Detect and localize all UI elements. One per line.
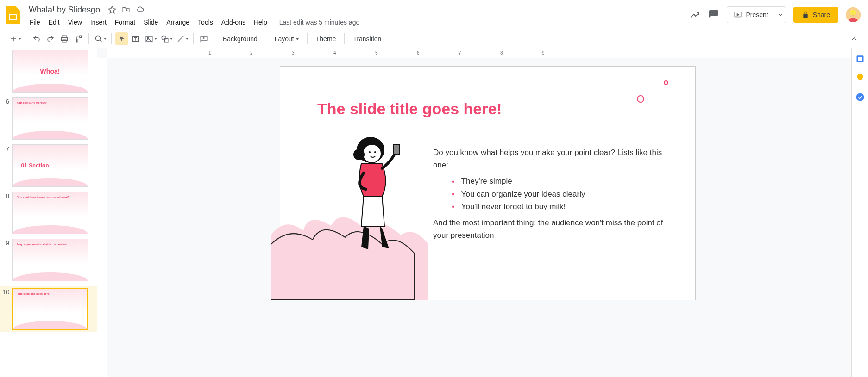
share-label: Share xyxy=(813,11,830,19)
svg-point-17 xyxy=(369,151,371,153)
slide-canvas[interactable]: The slide title goes here! Do you know w… xyxy=(280,67,695,300)
filmstrip[interactable]: Whoa!6Our company Mercury701 Section8You… xyxy=(0,48,97,377)
menu-format[interactable]: Format xyxy=(111,17,139,28)
svg-rect-21 xyxy=(858,57,862,61)
comments-icon[interactable] xyxy=(708,9,719,20)
theme-button[interactable]: Theme xyxy=(311,35,341,43)
slide-number: 7 xyxy=(3,144,12,152)
menu-view[interactable]: View xyxy=(64,17,86,28)
filmstrip-slide[interactable]: 6Our company Mercury xyxy=(0,97,97,140)
cloud-status-icon[interactable] xyxy=(135,5,145,14)
calendar-addon-icon[interactable] xyxy=(855,54,865,63)
menu-tools[interactable]: Tools xyxy=(194,17,217,28)
thumbnail-title: Our company Mercury xyxy=(17,101,47,104)
svg-rect-1 xyxy=(10,15,16,19)
ruler-mark: 8 xyxy=(500,50,503,56)
background-button[interactable]: Background xyxy=(218,35,262,43)
menu-slide[interactable]: Slide xyxy=(140,17,162,28)
slide-thumbnail[interactable]: The slide title goes here! xyxy=(12,288,88,330)
canvas-area: 123456789 The slide title goes here! Do … xyxy=(97,48,868,377)
svg-point-12 xyxy=(162,36,166,40)
separator xyxy=(111,33,112,44)
separator xyxy=(266,33,266,44)
separator xyxy=(307,33,308,44)
menu-bar: File Edit View Insert Format Slide Arran… xyxy=(26,16,690,29)
slide-title[interactable]: The slide title goes here! xyxy=(317,100,502,118)
paint-format-button[interactable] xyxy=(72,32,85,45)
slide-number xyxy=(3,50,12,51)
present-dropdown[interactable] xyxy=(775,9,786,21)
header-actions: Present Share xyxy=(690,4,861,23)
svg-rect-13 xyxy=(164,38,168,42)
bullet-item: You'll never forget to buy milk! xyxy=(452,200,667,213)
layout-button[interactable]: Layout xyxy=(270,35,303,43)
ruler-mark: 6 xyxy=(417,50,420,56)
decorative-circle-icon xyxy=(664,80,668,85)
image-tool[interactable] xyxy=(143,32,158,45)
collapse-toolbar-button[interactable] xyxy=(848,32,861,45)
slide-intro-text: Do you know what helps you make your poi… xyxy=(433,146,667,171)
slide-thumbnail[interactable]: You could use three columns, why not? xyxy=(12,192,88,234)
textbox-tool[interactable] xyxy=(129,32,142,45)
person-illustration xyxy=(336,136,410,256)
menu-edit[interactable]: Edit xyxy=(45,17,63,28)
logo-area xyxy=(4,4,26,24)
line-tool[interactable] xyxy=(175,32,189,45)
ruler-mark: 1 xyxy=(208,50,211,56)
print-button[interactable] xyxy=(58,32,71,45)
redo-button[interactable] xyxy=(44,32,57,45)
filmstrip-slide[interactable]: Whoa! xyxy=(0,50,97,93)
slide-number: 6 xyxy=(3,97,12,105)
thumbnail-title: 01 Section xyxy=(21,162,49,169)
transition-button[interactable]: Transition xyxy=(348,35,386,43)
toolbar: Background Layout Theme Transition xyxy=(0,30,868,48)
new-slide-button[interactable] xyxy=(7,32,22,45)
account-avatar[interactable] xyxy=(846,7,861,22)
ruler-mark: 9 xyxy=(542,50,545,56)
thumbnail-title: You could use three columns, why not? xyxy=(17,196,69,198)
slide-thumbnail[interactable]: Whoa! xyxy=(12,50,88,93)
slides-logo-icon[interactable] xyxy=(4,6,22,24)
move-folder-icon[interactable] xyxy=(121,5,131,14)
slide-body[interactable]: Do you know what helps you make your poi… xyxy=(433,146,667,241)
menu-arrange[interactable]: Arrange xyxy=(163,17,193,28)
tasks-addon-icon[interactable] xyxy=(855,93,865,102)
svg-rect-19 xyxy=(394,144,399,155)
lock-icon xyxy=(802,11,809,19)
present-button[interactable]: Present xyxy=(727,7,774,23)
filmstrip-slide[interactable]: 8You could use three columns, why not? xyxy=(0,192,97,234)
filmstrip-slide[interactable]: 701 Section xyxy=(0,144,97,187)
comment-button[interactable] xyxy=(197,32,210,45)
separator xyxy=(193,33,194,44)
shape-tool[interactable] xyxy=(159,32,174,45)
separator xyxy=(344,33,345,44)
menu-file[interactable]: File xyxy=(26,17,44,28)
ruler-mark: 2 xyxy=(250,50,253,56)
slide-thumbnail[interactable]: 01 Section xyxy=(12,144,88,187)
menu-insert[interactable]: Insert xyxy=(87,17,110,28)
filmstrip-slide[interactable]: 9Maybe you need to divide the content xyxy=(0,239,97,281)
last-edit-link[interactable]: Last edit was 5 minutes ago xyxy=(279,19,360,26)
canvas-viewport[interactable]: The slide title goes here! Do you know w… xyxy=(107,58,868,377)
title-area: Whala! by Slidesgo File Edit View Insert… xyxy=(26,4,690,29)
separator xyxy=(26,33,26,44)
slide-thumbnail[interactable]: Maybe you need to divide the content xyxy=(12,239,88,281)
ruler-mark: 7 xyxy=(459,50,461,56)
select-tool[interactable] xyxy=(115,32,128,45)
bullet-item: You can organize your ideas clearly xyxy=(452,188,667,200)
document-title[interactable]: Whala! by Slidesgo xyxy=(26,4,103,16)
slide-thumbnail[interactable]: Our company Mercury xyxy=(12,97,88,140)
zoom-button[interactable] xyxy=(93,32,107,45)
trend-icon[interactable] xyxy=(690,9,701,20)
menu-addons[interactable]: Add-ons xyxy=(218,17,249,28)
present-icon xyxy=(734,11,742,19)
keep-addon-icon[interactable] xyxy=(855,73,865,82)
main-area: Whoa!6Our company Mercury701 Section8You… xyxy=(0,48,868,377)
bullet-item: They're simple xyxy=(452,175,667,187)
star-icon[interactable] xyxy=(107,5,117,14)
menu-help[interactable]: Help xyxy=(250,17,271,28)
filmstrip-slide[interactable]: 10The slide title goes here! xyxy=(0,286,97,332)
undo-button[interactable] xyxy=(30,32,43,45)
share-button[interactable]: Share xyxy=(793,7,838,23)
separator xyxy=(214,33,214,44)
